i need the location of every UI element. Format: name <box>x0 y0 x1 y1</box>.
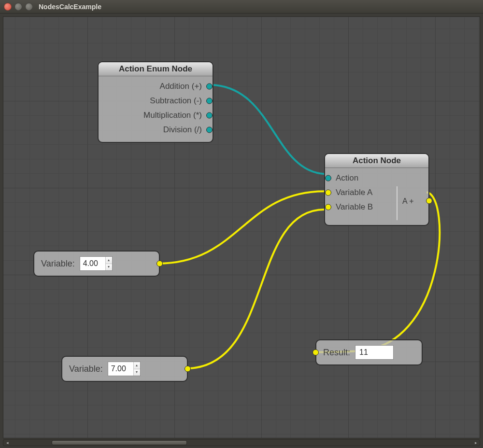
enum-output-addition[interactable]: Addition (+) <box>102 79 209 94</box>
variable-a-node[interactable]: Variable: ▴ ▾ <box>33 251 160 277</box>
port-output[interactable] <box>426 198 432 204</box>
horizontal-scrollbar[interactable]: ◂ ▸ <box>3 439 480 446</box>
enum-output-label: Addition (+) <box>160 82 202 91</box>
port-output[interactable] <box>206 84 213 90</box>
variable-spinbox[interactable]: ▴ ▾ <box>80 256 113 271</box>
port-input[interactable] <box>325 190 331 196</box>
scrollbar-thumb[interactable] <box>52 440 187 445</box>
spin-up-icon[interactable]: ▴ <box>106 257 112 264</box>
variable-value-input[interactable] <box>108 362 133 376</box>
window-maximize-button[interactable] <box>25 3 33 11</box>
port-input[interactable] <box>325 204 331 210</box>
port-output[interactable] <box>206 98 213 104</box>
node-title[interactable]: Action Enum Node <box>99 62 213 76</box>
spin-up-icon[interactable]: ▴ <box>134 362 140 369</box>
enum-output-label: Multiplication (*) <box>143 111 202 120</box>
result-label: Result: <box>323 348 350 358</box>
action-enum-node[interactable]: Action Enum Node Addition (+) Subtractio… <box>98 61 213 143</box>
input-label: Action <box>336 173 358 183</box>
result-node[interactable]: Result: <box>315 339 423 365</box>
enum-output-subtraction[interactable]: Subtraction (-) <box>102 94 209 108</box>
port-input[interactable] <box>313 350 319 356</box>
variable-label: Variable: <box>69 364 103 374</box>
enum-output-label: Subtraction (-) <box>150 96 202 106</box>
window-close-button[interactable] <box>4 3 12 11</box>
port-output[interactable] <box>206 127 213 133</box>
spin-down-icon[interactable]: ▾ <box>106 264 112 271</box>
window-title: NodesCalcExample <box>39 3 101 11</box>
enum-output-division[interactable]: Division (/) <box>102 123 209 137</box>
variable-value-input[interactable] <box>80 257 105 270</box>
node-title[interactable]: Action Node <box>325 154 428 168</box>
enum-output-multiplication[interactable]: Multiplication (*) <box>102 108 209 123</box>
action-input-action[interactable]: Action <box>329 171 425 185</box>
port-output[interactable] <box>206 112 213 119</box>
port-output[interactable] <box>185 366 191 372</box>
titlebar: NodesCalcExample <box>0 0 483 14</box>
port-input[interactable] <box>325 175 331 182</box>
scroll-left-icon[interactable]: ◂ <box>4 440 10 446</box>
enum-output-label: Division (/) <box>163 125 202 135</box>
variable-label: Variable: <box>41 259 75 269</box>
result-value-input[interactable] <box>355 345 394 360</box>
canvas-viewport[interactable]: Action Enum Node Addition (+) Subtractio… <box>3 16 480 438</box>
port-output[interactable] <box>156 261 163 267</box>
input-label: Variable A <box>336 188 372 197</box>
spin-down-icon[interactable]: ▾ <box>134 369 140 376</box>
scroll-right-icon[interactable]: ▸ <box>473 440 479 446</box>
node-graph-canvas[interactable]: Action Enum Node Addition (+) Subtractio… <box>3 17 480 438</box>
variable-spinbox[interactable]: ▴ ▾ <box>108 362 141 376</box>
node-divider <box>397 186 398 220</box>
window-minimize-button[interactable] <box>14 3 22 11</box>
input-label: Variable B <box>336 202 373 212</box>
action-node[interactable]: Action Node Action Variable A Variable B… <box>324 153 429 226</box>
variable-b-node[interactable]: Variable: ▴ ▾ <box>61 356 188 382</box>
expression-label: A + <box>402 197 414 206</box>
